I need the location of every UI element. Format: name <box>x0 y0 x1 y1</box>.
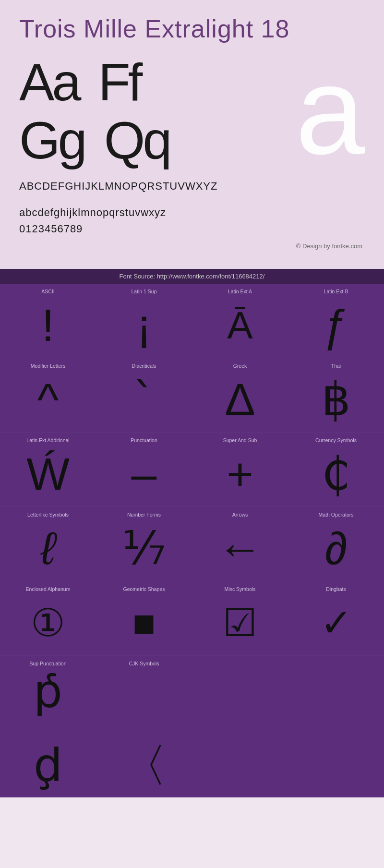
cell-dingbats: Dingbats ✓ <box>288 581 384 656</box>
symbol-superandsub: + <box>194 444 286 504</box>
symbol-bottom-4 <box>290 736 382 795</box>
cell-latinexta: Latin Ext A Ā <box>192 284 288 358</box>
cell-latinextadd: Latin Ext Additional Ẃ <box>0 433 96 507</box>
symbol-mathops: ∂ <box>290 518 382 579</box>
label-geoshapes: Geometric Shapes <box>98 585 190 593</box>
label-encalphanum: Enclosed Alphanum <box>2 585 94 593</box>
copyright: © Design by fontke.com <box>19 242 365 250</box>
symbol-latinexta: Ā <box>194 295 286 355</box>
char-row-2: Modifier Letters ^ Diacriticals ˋ Greek … <box>0 358 384 433</box>
char-row-5: Enclosed Alphanum ① Geometric Shapes ■ M… <box>0 581 384 656</box>
symbol-punctuation: – <box>98 444 190 504</box>
font-source-bar: Font Source: http://www.fontke.com/font/… <box>0 269 384 284</box>
cell-ascii: ASCII ! <box>0 284 96 358</box>
glyphs-showcase: Aa Ff Gg Qq a <box>19 53 365 168</box>
symbol-dingbats: ✓ <box>290 593 382 653</box>
label-dingbats: Dingbats <box>290 585 382 593</box>
glyph-qq: Qq <box>104 111 170 169</box>
cell-latinextb: Latin Ext B ƒ <box>288 284 384 358</box>
glyph-aa: Aa <box>19 53 79 111</box>
cell-bottom-3 <box>192 730 288 797</box>
cell-arrows: Arrows ← <box>192 507 288 581</box>
symbol-bottom-3 <box>194 736 286 795</box>
cell-bottom-2: 〈 <box>96 730 192 797</box>
label-cjksymbols: CJK Symbols <box>98 660 190 667</box>
label-punctuation: Punctuation <box>98 436 190 444</box>
alphabet-lowercase: abcdefghijklmnopqrstuvwxyz <box>19 204 365 221</box>
label-latinextadd: Latin Ext Additional <box>2 436 94 444</box>
symbol-suppunct: ḑ <box>2 667 94 727</box>
symbol-letterlike: ℓ <box>2 518 94 579</box>
cell-empty-1 <box>192 656 288 730</box>
cell-suppunct: Sup Punctuation ḑ <box>0 656 96 730</box>
symbol-numberforms: ⅐ <box>98 518 190 579</box>
label-greek: Greek <box>194 362 286 370</box>
symbol-cjksymbols <box>98 667 190 727</box>
label-ascii: ASCII <box>2 288 94 295</box>
symbol-bottom-1: ḑ <box>2 736 94 795</box>
symbol-currency: ₵ <box>290 444 382 504</box>
symbol-modifier: ^ <box>2 370 94 430</box>
label-latinexta: Latin Ext A <box>194 288 286 295</box>
label-modifier: Modifier Letters <box>2 362 94 370</box>
label-miscsymbols: Misc Symbols <box>194 585 286 593</box>
font-title: Trois Mille Extralight 18 <box>19 14 365 43</box>
char-row-7: ḑ 〈 <box>0 730 384 797</box>
label-diacriticals: Diacriticals <box>98 362 190 370</box>
symbol-miscsymbols: ☑ <box>194 593 286 653</box>
symbol-latinextadd: Ẃ <box>2 444 94 504</box>
symbol-arrows: ← <box>194 518 286 579</box>
char-row-6: Sup Punctuation ḑ CJK Symbols <box>0 656 384 730</box>
char-row-1: ASCII ! Latin 1 Sup ¡ Latin Ext A Ā Lati… <box>0 284 384 358</box>
cell-encalphanum: Enclosed Alphanum ① <box>0 581 96 656</box>
symbol-encalphanum: ① <box>2 593 94 653</box>
bottom-section: Font Source: http://www.fontke.com/font/… <box>0 269 384 797</box>
cell-miscsymbols: Misc Symbols ☑ <box>192 581 288 656</box>
glyph-gg: Gg <box>19 111 85 169</box>
symbol-latinextb: ƒ <box>290 295 382 355</box>
char-row-4: Letterlike Symbols ℓ Number Forms ⅐ Arro… <box>0 507 384 581</box>
symbol-diacriticals: ˋ <box>98 370 190 430</box>
label-currency: Currency Symbols <box>290 436 382 444</box>
cell-diacriticals: Diacriticals ˋ <box>96 358 192 433</box>
label-thai: Thai <box>290 362 382 370</box>
cell-modifier: Modifier Letters ^ <box>0 358 96 433</box>
label-suppunct: Sup Punctuation <box>2 660 94 667</box>
label-latinextb: Latin Ext B <box>290 288 382 295</box>
numbers-row: 0123456789 <box>19 223 365 235</box>
symbol-ascii: ! <box>2 295 94 355</box>
cell-numberforms: Number Forms ⅐ <box>96 507 192 581</box>
cell-latin1sup: Latin 1 Sup ¡ <box>96 284 192 358</box>
cell-thai: Thai ฿ <box>288 358 384 433</box>
alphabet-uppercase: ABCDEFGHIJKLMNOPQRSTUVWXYZ <box>19 178 365 194</box>
label-letterlike: Letterlike Symbols <box>2 511 94 518</box>
cell-punctuation: Punctuation – <box>96 433 192 507</box>
cell-letterlike: Letterlike Symbols ℓ <box>0 507 96 581</box>
top-section: Trois Mille Extralight 18 Aa Ff Gg Qq a … <box>0 0 384 269</box>
cell-mathops: Math Operators ∂ <box>288 507 384 581</box>
cell-greek: Greek Δ <box>192 358 288 433</box>
symbol-latin1sup: ¡ <box>98 295 190 355</box>
label-latin1sup: Latin 1 Sup <box>98 288 190 295</box>
glyph-ff: Ff <box>98 53 141 111</box>
cell-superandsub: Super And Sub + <box>192 433 288 507</box>
cell-currency: Currency Symbols ₵ <box>288 433 384 507</box>
symbol-bottom-2: 〈 <box>98 736 190 795</box>
symbol-empty-2 <box>290 662 382 727</box>
cell-bottom-4 <box>288 730 384 797</box>
cell-cjksymbols: CJK Symbols <box>96 656 192 730</box>
symbol-empty-1 <box>194 662 286 727</box>
label-arrows: Arrows <box>194 511 286 518</box>
cell-bottom-1: ḑ <box>0 730 96 797</box>
label-mathops: Math Operators <box>290 511 382 518</box>
glyph-large-a: a <box>295 48 365 173</box>
label-numberforms: Number Forms <box>98 511 190 518</box>
label-superandsub: Super And Sub <box>194 436 286 444</box>
cell-empty-2 <box>288 656 384 730</box>
char-row-3: Latin Ext Additional Ẃ Punctuation – Sup… <box>0 433 384 507</box>
symbol-thai: ฿ <box>290 370 382 430</box>
symbol-geoshapes: ■ <box>98 593 190 653</box>
cell-geoshapes: Geometric Shapes ■ <box>96 581 192 656</box>
symbol-greek: Δ <box>194 370 286 430</box>
